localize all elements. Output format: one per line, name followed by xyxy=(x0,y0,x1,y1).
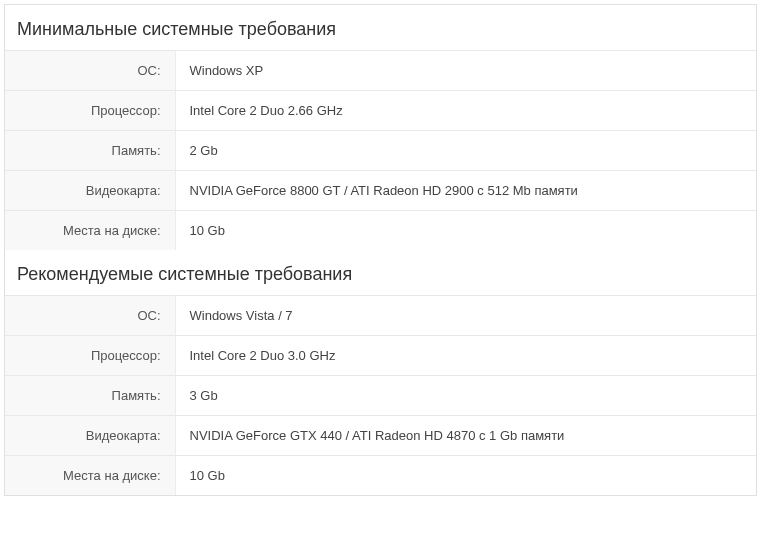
spec-label: Процессор: xyxy=(5,336,175,376)
table-row: ОС: Windows XP xyxy=(5,51,756,91)
spec-label: Процессор: xyxy=(5,91,175,131)
spec-label: Места на диске: xyxy=(5,456,175,496)
rec-requirements-title: Рекомендуемые системные требования xyxy=(5,250,756,295)
requirements-panel: Минимальные системные требования ОС: Win… xyxy=(4,4,757,496)
table-row: Процессор: Intel Core 2 Duo 2.66 GHz xyxy=(5,91,756,131)
table-row: Память: 3 Gb xyxy=(5,376,756,416)
spec-label: Память: xyxy=(5,376,175,416)
spec-value: Intel Core 2 Duo 3.0 GHz xyxy=(175,336,756,376)
spec-value: 2 Gb xyxy=(175,131,756,171)
spec-label: Видеокарта: xyxy=(5,416,175,456)
spec-value: Intel Core 2 Duo 2.66 GHz xyxy=(175,91,756,131)
rec-requirements-table: ОС: Windows Vista / 7 Процессор: Intel C… xyxy=(5,295,756,495)
spec-value: Windows Vista / 7 xyxy=(175,296,756,336)
min-requirements-title: Минимальные системные требования xyxy=(5,5,756,50)
min-requirements-table: ОС: Windows XP Процессор: Intel Core 2 D… xyxy=(5,50,756,250)
table-row: Память: 2 Gb xyxy=(5,131,756,171)
spec-value: NVIDIA GeForce 8800 GT / ATI Radeon HD 2… xyxy=(175,171,756,211)
spec-label: ОС: xyxy=(5,51,175,91)
table-row: Видеокарта: NVIDIA GeForce GTX 440 / ATI… xyxy=(5,416,756,456)
table-row: ОС: Windows Vista / 7 xyxy=(5,296,756,336)
spec-value: Windows XP xyxy=(175,51,756,91)
table-row: Видеокарта: NVIDIA GeForce 8800 GT / ATI… xyxy=(5,171,756,211)
spec-label: ОС: xyxy=(5,296,175,336)
spec-value: 10 Gb xyxy=(175,456,756,496)
table-row: Места на диске: 10 Gb xyxy=(5,456,756,496)
table-row: Процессор: Intel Core 2 Duo 3.0 GHz xyxy=(5,336,756,376)
spec-label: Места на диске: xyxy=(5,211,175,251)
spec-value: 10 Gb xyxy=(175,211,756,251)
table-row: Места на диске: 10 Gb xyxy=(5,211,756,251)
spec-value: 3 Gb xyxy=(175,376,756,416)
spec-label: Видеокарта: xyxy=(5,171,175,211)
spec-label: Память: xyxy=(5,131,175,171)
spec-value: NVIDIA GeForce GTX 440 / ATI Radeon HD 4… xyxy=(175,416,756,456)
